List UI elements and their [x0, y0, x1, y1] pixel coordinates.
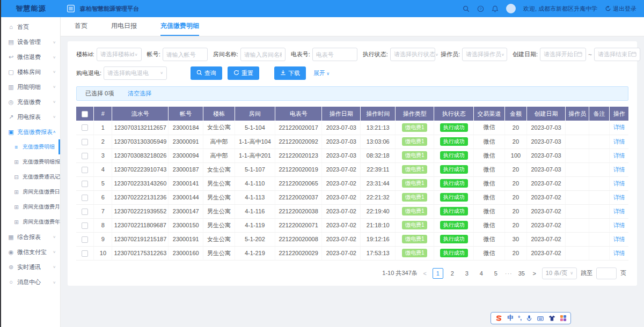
page-button-2[interactable]: 2 [447, 268, 458, 279]
sidebar-item-comprehensive-report[interactable]: ▦综合报表∨ [1, 229, 60, 244]
cell-op_date: 2023-07-02 [322, 204, 361, 218]
cell-operator [566, 232, 589, 246]
cell-amount: 20 [504, 204, 526, 218]
detail-link[interactable]: 详情 [613, 138, 625, 145]
cell-account: 23000187 [169, 162, 203, 176]
detail-link[interactable]: 详情 [613, 208, 625, 214]
cell-status: 执行成功 [434, 176, 474, 190]
detail-link[interactable]: 详情 [613, 124, 625, 130]
search-button[interactable]: 查询 [191, 66, 222, 80]
sidebar-item-recharge-detail[interactable]: ≡充值缴费明细 [1, 139, 60, 154]
create-date-end-picker[interactable]: 请选择结束日期 [594, 48, 640, 61]
sidebar-item-message-center[interactable]: ○消息中心∨ [1, 274, 60, 289]
detail-link[interactable]: 详情 [613, 222, 625, 228]
clear-selection-link[interactable]: 清空选择 [128, 90, 151, 98]
tab-home[interactable]: 首页 [75, 17, 87, 36]
sidebar-item-wechat-refund[interactable]: ↩微信退费∨ [1, 49, 60, 64]
row-checkbox[interactable] [82, 195, 88, 201]
jump-page-input[interactable] [596, 267, 617, 279]
cell-room: 4-1-110 [235, 176, 275, 190]
purchase-refund-select[interactable]: 请选择购电退电∨ [104, 66, 167, 80]
row-checkbox[interactable] [82, 236, 88, 243]
detail-link[interactable]: 详情 [613, 236, 625, 242]
row-checkbox[interactable] [82, 222, 88, 229]
sidebar-item-power-report[interactable]: ↗用电报表∨ [1, 109, 60, 124]
virtual-keyboard-icon[interactable] [537, 315, 544, 322]
sogou-logo-icon[interactable] [495, 314, 503, 322]
page-button-35[interactable]: 35 [516, 268, 527, 279]
row-checkbox[interactable] [82, 181, 88, 187]
menu-collapse-icon[interactable] [67, 5, 75, 12]
operator-select[interactable]: 请选择操作员∨ [462, 48, 507, 61]
ime-punctuation-toggle[interactable]: °, [518, 315, 522, 321]
sidebar-item-room-recharge-monthly[interactable]: ⊞房间充值缴费月报 [1, 199, 60, 214]
cell-action: 详情 [610, 121, 628, 135]
page-button-4[interactable]: 4 [476, 268, 487, 279]
detail-link[interactable]: 详情 [613, 152, 625, 159]
row-checkbox[interactable] [82, 124, 88, 131]
page-button-3[interactable]: 3 [462, 268, 472, 279]
download-button[interactable]: 下载 [274, 66, 306, 80]
logout-button[interactable]: 退出登录 [605, 5, 636, 13]
row-checkbox[interactable] [82, 250, 88, 257]
sidebar-item-room-recharge-daily[interactable]: ⊞房间充值缴费日报 [1, 184, 60, 199]
row-checkbox[interactable] [82, 209, 88, 215]
avatar[interactable] [506, 4, 516, 13]
sidebar-item-label: 房间充值缴费月报 [23, 203, 61, 211]
expand-toggle[interactable]: 展开 ∨ [313, 69, 330, 77]
next-page-button[interactable]: > [531, 270, 538, 277]
cell-room: 4-1-113 [235, 190, 275, 204]
row-checkbox[interactable] [82, 167, 88, 173]
account-input[interactable] [163, 48, 208, 61]
detail-link[interactable]: 详情 [613, 250, 625, 256]
main-area: 首页用电日报充值缴费明细 楼栋id:请选择楼栋id∨帐号:房间名称:电表号:执行… [61, 17, 644, 327]
ime-language-toggle[interactable]: 中 [507, 314, 514, 323]
table-row: 4123070222391074323000187女生公寓5-1-1072212… [76, 162, 628, 176]
reset-button[interactable]: 重置 [228, 66, 259, 80]
microphone-icon[interactable] [526, 315, 532, 322]
room-name-input[interactable] [240, 48, 286, 61]
meter-no-input[interactable] [312, 48, 357, 61]
sidebar-item-wechat-alipay[interactable]: ◉微信支付宝∨ [1, 244, 60, 259]
cell-building: 男生公寓 [203, 176, 235, 190]
column-header-1: 流水号 [112, 107, 169, 121]
create-date-start-picker[interactable]: 请选择开始日期 [540, 48, 586, 61]
sidebar-item-building-room[interactable]: ▢楼栋房间∨ [1, 64, 60, 79]
search-icon[interactable] [463, 5, 470, 12]
row-checkbox[interactable] [82, 139, 88, 145]
sidebar-item-recharge-report[interactable]: ▣充值缴费报表∧ [1, 124, 60, 139]
select-all-checkbox[interactable] [82, 111, 88, 117]
sidebar-item-realtime-comm[interactable]: ⊛实时通讯∨ [1, 259, 60, 274]
row-checkbox[interactable] [82, 153, 88, 159]
sidebar-item-recharge-detail-report[interactable]: ⊞充值缴费明细报表 [1, 154, 60, 169]
sidebar-item-recharge-payment[interactable]: ◎充值缴费∨ [1, 94, 60, 109]
sidebar-item-energy-usage-detail[interactable]: ▥用能明细∨ [1, 79, 60, 94]
toolbox-icon[interactable] [560, 315, 567, 322]
filter-row-2: 购电退电:请选择购电退电∨查询重置下载展开 ∨ [76, 66, 628, 80]
chevron-down-icon: ∨ [501, 53, 504, 56]
detail-link[interactable]: 详情 [613, 166, 625, 173]
cell-status: 执行成功 [434, 232, 474, 246]
sidebar-item-home[interactable]: ⌂首页 [1, 19, 60, 34]
tab-recharge-payment-detail[interactable]: 充值缴费明细 [160, 17, 199, 36]
page-button-5[interactable]: 5 [491, 268, 501, 279]
help-icon[interactable]: ? [477, 5, 484, 12]
prev-page-button[interactable]: < [421, 270, 429, 277]
page-button-1[interactable]: 1 [433, 268, 443, 279]
sidebar-item-device-management[interactable]: ▤设备管理∨ [1, 34, 60, 49]
detail-link[interactable]: 详情 [613, 194, 625, 200]
exec-status-select[interactable]: 请选择执行状态∨ [390, 48, 435, 61]
sidebar-item-room-recharge-yearly[interactable]: ⊞房间充值缴费年报 [1, 214, 60, 229]
tab-power-daily-report[interactable]: 用电日报 [111, 17, 137, 36]
sidebar-item-recharge-comm-log[interactable]: ⊟充值缴费通讯记录 [1, 169, 60, 184]
column-header-13: 操作员 [566, 107, 589, 121]
sidebar-item-label: 设备管理 [17, 38, 41, 46]
sidebar-item-label: 充值缴费报表 [17, 128, 53, 136]
cell-room: 1-1-高中201 [235, 148, 275, 162]
building-id-select[interactable]: 请选择楼栋id∨ [97, 48, 142, 61]
page-size-select[interactable]: 10 条/页∨ [542, 267, 577, 279]
bell-icon[interactable] [492, 5, 499, 12]
skin-icon[interactable] [548, 315, 555, 322]
purchase-refund-placeholder: 请选择购电退电 [107, 69, 149, 77]
detail-link[interactable]: 详情 [613, 180, 625, 187]
